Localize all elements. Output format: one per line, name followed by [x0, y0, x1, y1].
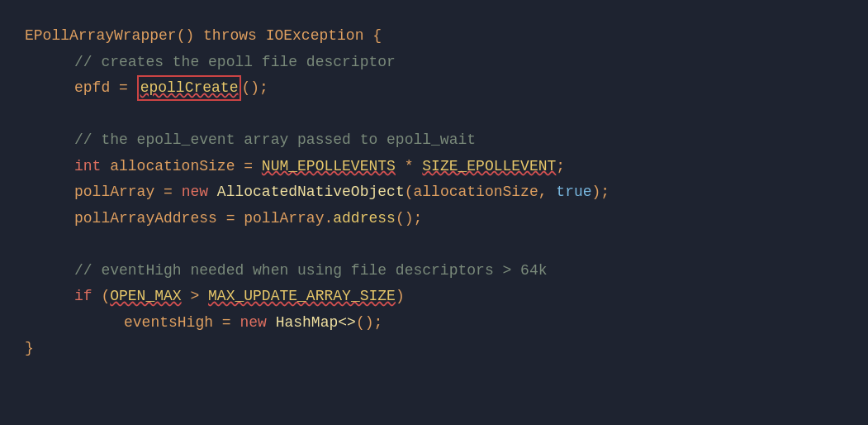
- code-line-6: pollArray = new AllocatedNativeObject(al…: [25, 179, 843, 206]
- bool-true: true: [556, 179, 591, 206]
- code-comment: // the epoll_event array passed to epoll…: [74, 127, 476, 154]
- code-line-11: }: [25, 336, 843, 362]
- size-epollevent: SIZE_EPOLLEVENT: [422, 154, 556, 180]
- code-text: eventsHigh =: [124, 310, 240, 337]
- max-update-array-size: MAX_UPDATE_ARRAY_SIZE: [208, 284, 396, 310]
- code-text: (allocationSize,: [405, 179, 557, 206]
- keyword-new: new: [182, 179, 208, 206]
- code-text: allocationSize =: [101, 154, 261, 180]
- closing-brace: }: [25, 336, 34, 362]
- blank-line-1: [25, 102, 843, 128]
- code-line-7: pollArrayAddress = pollArray.address();: [25, 206, 843, 232]
- code-text: ;: [556, 154, 565, 180]
- code-text: pollArrayAddress = pollArray.: [74, 206, 333, 232]
- num-epollevents: NUM_EPOLLEVENTS: [262, 154, 396, 180]
- code-text: epfd =: [74, 75, 137, 102]
- code-text: pollArray =: [74, 179, 182, 206]
- class-name: AllocatedNativeObject: [217, 179, 405, 206]
- method-address: address: [333, 206, 396, 232]
- code-text: (: [92, 284, 111, 310]
- code-text: ): [396, 284, 405, 310]
- code-text: ();: [396, 206, 422, 232]
- code-text: );: [592, 179, 610, 206]
- code-line-3: epfd = epollCreate();: [25, 75, 843, 102]
- code-line-2: // creates the epoll file descriptor: [25, 50, 843, 76]
- keyword-if: if: [74, 284, 92, 310]
- class-hashmap: HashMap<>: [276, 310, 356, 337]
- keyword-int: int: [74, 154, 101, 180]
- code-line-8: // eventHigh needed when using file desc…: [25, 258, 843, 284]
- open-max: OPEN_MAX: [110, 284, 181, 310]
- code-line-1: EPollArrayWrapper() throws IOException {: [25, 23, 843, 50]
- code-text: >: [182, 284, 208, 310]
- code-comment: // eventHigh needed when using file desc…: [74, 258, 548, 284]
- code-line-9: if (OPEN_MAX > MAX_UPDATE_ARRAY_SIZE): [25, 284, 843, 310]
- code-comment: // creates the epoll file descriptor: [74, 50, 396, 76]
- code-text: ();: [241, 75, 268, 102]
- keyword-new-2: new: [240, 310, 266, 337]
- code-text: [267, 310, 276, 337]
- code-text: [208, 179, 217, 206]
- code-text: ();: [356, 310, 382, 337]
- code-line-5: int allocationSize = NUM_EPOLLEVENTS * S…: [25, 154, 843, 180]
- highlight-box: epollCreate: [137, 75, 242, 101]
- code-text: EPollArrayWrapper() throws IOException {: [25, 23, 382, 50]
- code-editor: EPollArrayWrapper() throws IOException {…: [0, 0, 868, 425]
- code-line-10: eventsHigh = new HashMap<>();: [25, 310, 843, 337]
- blank-line-2: [25, 232, 843, 258]
- code-text: *: [396, 154, 422, 180]
- epoll-create-call: epollCreate: [140, 79, 239, 96]
- code-line-4: // the epoll_event array passed to epoll…: [25, 127, 843, 154]
